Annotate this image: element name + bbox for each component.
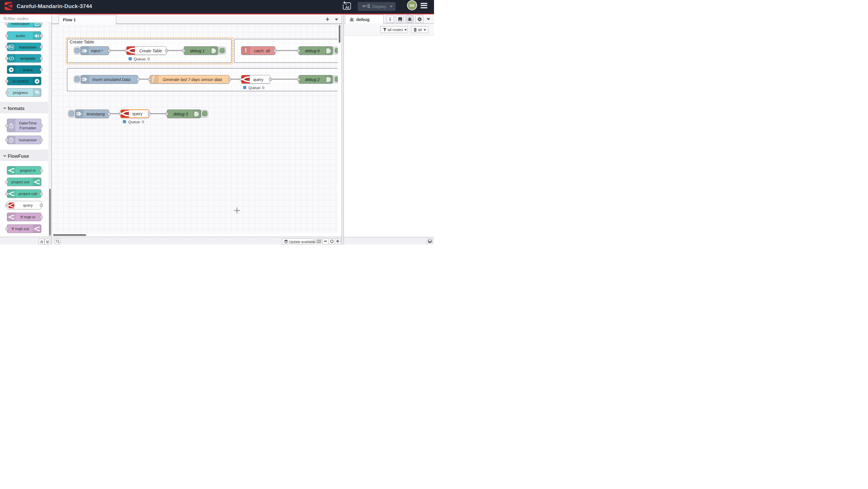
svg-text:AI: AI xyxy=(345,5,349,9)
